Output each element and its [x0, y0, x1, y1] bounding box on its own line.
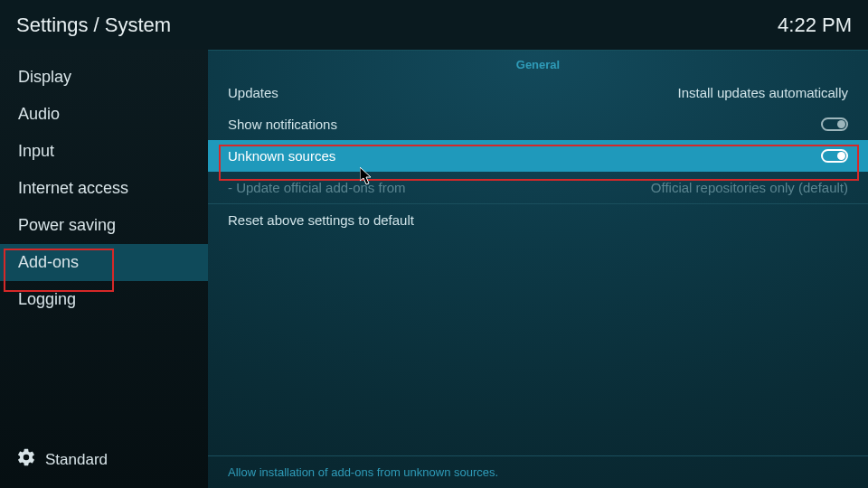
row-label: Unknown sources — [228, 148, 335, 164]
clock: 4:22 PM — [778, 14, 852, 37]
toggle-icon[interactable] — [821, 149, 848, 163]
row-update-official-addons-from: - Update official add-ons from Official … — [208, 172, 868, 204]
sidebar-item-add-ons[interactable]: Add-ons — [0, 244, 208, 281]
row-label: Show notifications — [228, 117, 337, 132]
breadcrumb: Settings / System — [16, 14, 171, 37]
row-unknown-sources[interactable]: Unknown sources — [208, 140, 868, 172]
main-panel: General Updates Install updates automati… — [208, 50, 868, 488]
sidebar-item-label: Display — [18, 68, 71, 86]
sidebar-item-label: Internet access — [18, 179, 128, 197]
toggle-icon[interactable] — [821, 117, 848, 131]
settings-level-label: Standard — [45, 451, 108, 469]
sidebar-item-label: Power saving — [18, 216, 116, 234]
sidebar-item-logging[interactable]: Logging — [0, 281, 208, 318]
row-show-notifications[interactable]: Show notifications — [208, 108, 868, 140]
sidebar-item-input[interactable]: Input — [0, 133, 208, 170]
sidebar-items: Display Audio Input Internet access Powe… — [0, 59, 208, 318]
row-value: Official repositories only (default) — [651, 180, 848, 195]
header-bar: Settings / System 4:22 PM — [0, 0, 868, 50]
sidebar-item-label: Audio — [18, 105, 60, 123]
row-label: - Update official add-ons from — [228, 180, 406, 195]
row-value: Install updates automatically — [678, 85, 848, 100]
sidebar-item-power-saving[interactable]: Power saving — [0, 207, 208, 244]
sidebar-item-label: Add-ons — [18, 253, 79, 271]
settings-rows: Updates Install updates automatically Sh… — [208, 77, 868, 236]
sidebar-item-label: Logging — [18, 290, 76, 308]
sidebar-item-audio[interactable]: Audio — [0, 96, 208, 133]
layout: Display Audio Input Internet access Powe… — [0, 50, 868, 488]
hint-text: Allow installation of add-ons from unkno… — [208, 455, 868, 488]
row-updates[interactable]: Updates Install updates automatically — [208, 77, 868, 108]
row-label: Reset above settings to default — [228, 212, 414, 228]
sidebar-item-internet-access[interactable]: Internet access — [0, 170, 208, 207]
settings-level-button[interactable]: Standard — [0, 436, 208, 488]
gear-icon — [16, 447, 36, 472]
section-title: General — [208, 51, 868, 77]
sidebar: Display Audio Input Internet access Powe… — [0, 50, 208, 488]
sidebar-item-label: Input — [18, 142, 54, 160]
row-label: Updates — [228, 85, 278, 100]
row-reset-to-default[interactable]: Reset above settings to default — [208, 204, 868, 236]
sidebar-item-display[interactable]: Display — [0, 59, 208, 96]
